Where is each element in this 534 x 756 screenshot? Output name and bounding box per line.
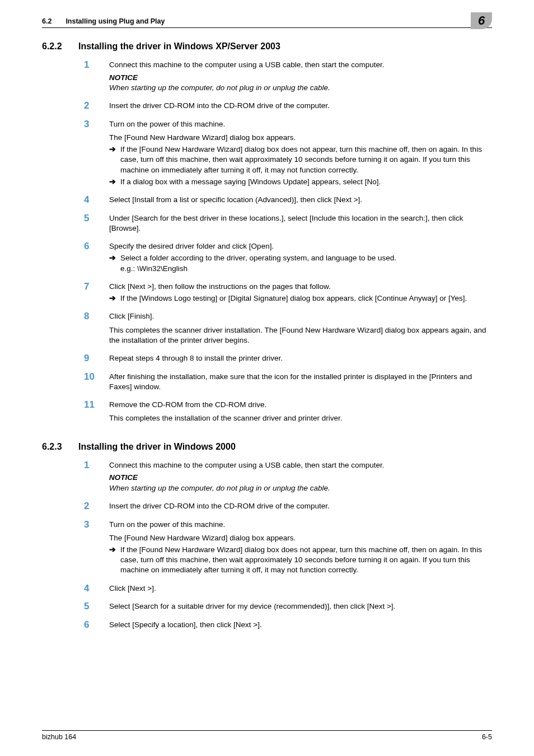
step: 4Click [Next >].	[78, 584, 492, 594]
step-content: Select [Specify a location], then click …	[109, 620, 492, 631]
step: 10After finishing the installation, make…	[78, 372, 492, 392]
step: 11Remove the CD-ROM from the CD-ROM driv…	[78, 400, 492, 423]
step-text: Specify the desired driver folder and cl…	[109, 241, 492, 251]
follow-text: The [Found New Hardware Wizard] dialog b…	[109, 533, 492, 543]
section-number: 6.2.2	[42, 40, 78, 424]
sub-text: Select a folder according to the driver,…	[120, 253, 492, 273]
sub-text: If a dialog box with a message saying [W…	[120, 177, 492, 187]
step-content: Click [Next >].	[109, 584, 492, 594]
step-text: Insert the driver CD-ROM into the CD-ROM…	[109, 501, 492, 511]
step-content: Connect this machine to the computer usi…	[109, 60, 492, 93]
sub-item: ➔If the [Windows Logo testing] or [Digit…	[109, 293, 492, 304]
notice-label: NOTICE	[109, 473, 492, 483]
arrow-icon: ➔	[109, 253, 120, 273]
step: 7Click [Next >], then follow the instruc…	[78, 282, 492, 304]
step-text: Under [Search for the best driver in the…	[109, 213, 492, 234]
step-number: 2	[78, 101, 109, 111]
step-content: Repeat steps 4 through 8 to install the …	[109, 353, 492, 364]
step-text: Select [Install from a list or specific …	[109, 195, 492, 205]
step-content: Connect this machine to the computer usi…	[109, 460, 492, 493]
arrow-icon: ➔	[109, 293, 120, 304]
page-footer: bizhub 164 6-5	[42, 730, 492, 742]
step: 2Insert the driver CD-ROM into the CD-RO…	[78, 101, 492, 111]
sub-text: If the [Found New Hardware Wizard] dialo…	[120, 144, 492, 175]
section-623: 6.2.3 Installing the driver in Windows 2…	[42, 441, 492, 631]
step-number: 4	[78, 584, 109, 594]
step: 3Turn on the power of this machine.The […	[78, 520, 492, 576]
step: 6Select [Specify a location], then click…	[78, 620, 492, 631]
footer-model: bizhub 164	[42, 732, 76, 742]
sub-text: If the [Windows Logo testing] or [Digita…	[120, 293, 492, 304]
step-number: 6	[78, 241, 109, 274]
step-text: Select [Specify a location], then click …	[109, 620, 492, 630]
step-content: Click [Next >], then follow the instruct…	[109, 282, 492, 304]
follow-text: The [Found New Hardware Wizard] dialog b…	[109, 133, 492, 143]
sub-text: If the [Found New Hardware Wizard] dialo…	[120, 545, 492, 576]
step: 6Specify the desired driver folder and c…	[78, 241, 492, 274]
step-number: 1	[78, 460, 109, 493]
step-content: Under [Search for the best driver in the…	[109, 213, 492, 234]
step-number: 5	[78, 213, 109, 234]
step-text: Turn on the power of this machine.	[109, 119, 492, 129]
step-number: 7	[78, 282, 109, 304]
sub-item: ➔If the [Found New Hardware Wizard] dial…	[109, 144, 492, 175]
step-content: Remove the CD-ROM from the CD-ROM drive.…	[109, 400, 492, 423]
section-title: Installing the driver in Windows 2000	[78, 441, 492, 453]
footer-page-number: 6-5	[482, 732, 492, 742]
step-content: Select [Install from a list or specific …	[109, 195, 492, 206]
follow-text: This completes the installation of the s…	[109, 413, 492, 423]
header-section-title: Installing using Plug and Play	[65, 17, 165, 26]
step-text: Repeat steps 4 through 8 to install the …	[109, 353, 492, 363]
page-header: 6.2 Installing using Plug and Play	[42, 17, 492, 28]
step-text: After finishing the installation, make s…	[109, 372, 492, 392]
step: 5Under [Search for the best driver in th…	[78, 213, 492, 234]
step-content: Turn on the power of this machine.The [F…	[109, 520, 492, 576]
sub-item: ➔Select a folder according to the driver…	[109, 253, 492, 273]
step-content: After finishing the installation, make s…	[109, 372, 492, 392]
step-number: 8	[78, 311, 109, 346]
step: 3Turn on the power of this machine.The […	[78, 119, 492, 187]
step-text: Insert the driver CD-ROM into the CD-ROM…	[109, 101, 492, 111]
step-content: Turn on the power of this machine.The [F…	[109, 119, 492, 187]
step-text: Connect this machine to the computer usi…	[109, 460, 492, 470]
section-622: 6.2.2 Installing the driver in Windows X…	[42, 40, 492, 424]
step-number: 2	[78, 501, 109, 512]
arrow-icon: ➔	[109, 545, 120, 576]
step-text: Click [Finish].	[109, 311, 492, 321]
step-text: Remove the CD-ROM from the CD-ROM drive.	[109, 400, 492, 410]
step: 2Insert the driver CD-ROM into the CD-RO…	[78, 501, 492, 512]
arrow-icon: ➔	[109, 177, 120, 187]
header-section-number: 6.2	[42, 17, 51, 26]
step: 4Select [Install from a list or specific…	[78, 195, 492, 206]
section-number: 6.2.3	[42, 441, 78, 631]
notice-label: NOTICE	[109, 73, 492, 83]
step-text: Connect this machine to the computer usi…	[109, 60, 492, 70]
step-number: 11	[78, 400, 109, 423]
step-number: 4	[78, 195, 109, 206]
step: 1Connect this machine to the computer us…	[78, 60, 492, 93]
step-content: Click [Finish].This completes the scanne…	[109, 311, 492, 346]
arrow-icon: ➔	[109, 144, 120, 175]
step: 1Connect this machine to the computer us…	[78, 460, 492, 493]
sub-item: ➔If the [Found New Hardware Wizard] dial…	[109, 545, 492, 576]
step-text: Click [Next >], then follow the instruct…	[109, 282, 492, 292]
step-text: Turn on the power of this machine.	[109, 520, 492, 530]
step-number: 5	[78, 601, 109, 612]
step-number: 10	[78, 372, 109, 392]
step-number: 6	[78, 620, 109, 631]
step-content: Insert the driver CD-ROM into the CD-ROM…	[109, 101, 492, 111]
step-number: 3	[78, 119, 109, 187]
step-number: 1	[78, 60, 109, 93]
step: 8Click [Finish].This completes the scann…	[78, 311, 492, 346]
notice-body: When starting up the computer, do not pl…	[109, 83, 492, 93]
step-text: Select [Search for a suitable driver for…	[109, 601, 492, 612]
follow-text: This completes the scanner driver instal…	[109, 325, 492, 346]
step-content: Insert the driver CD-ROM into the CD-ROM…	[109, 501, 492, 512]
step-text: Click [Next >].	[109, 584, 492, 594]
step: 9Repeat steps 4 through 8 to install the…	[78, 353, 492, 364]
step-number: 9	[78, 353, 109, 364]
step-content: Specify the desired driver folder and cl…	[109, 241, 492, 274]
step-content: Select [Search for a suitable driver for…	[109, 601, 492, 612]
sub-item: ➔If a dialog box with a message saying […	[109, 177, 492, 187]
section-title: Installing the driver in Windows XP/Serv…	[78, 40, 492, 53]
